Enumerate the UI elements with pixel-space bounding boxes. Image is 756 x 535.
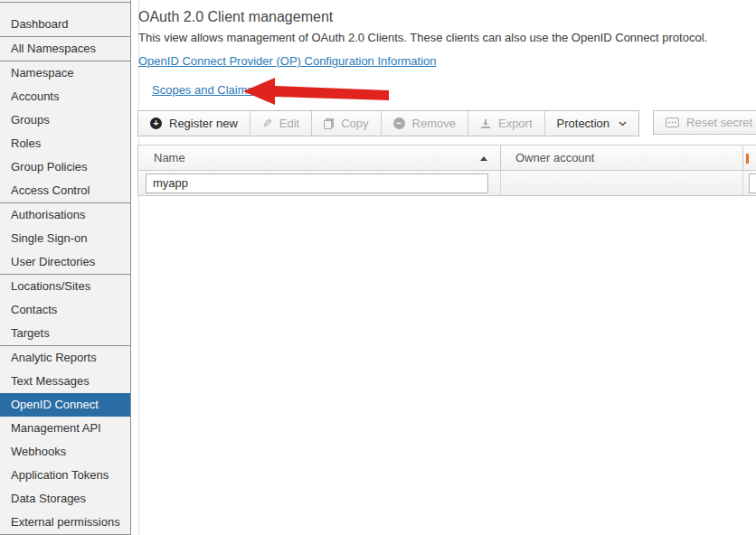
client-actions-button-group: + Register new ✎ Edit Copy − Remove Expo… — [137, 110, 639, 136]
sidebar-item-groups[interactable]: Groups — [0, 108, 130, 132]
register-new-label: Register new — [169, 117, 238, 130]
clipped-filter-input[interactable] — [749, 174, 756, 193]
sidebar-item-analytic-reports[interactable]: Analytic Reports — [0, 346, 130, 370]
name-filter-input[interactable] — [146, 174, 488, 193]
sidebar-group-auth: Authorisations Single Sign-on User Direc… — [0, 203, 130, 275]
sidebar-item-targets[interactable]: Targets — [0, 322, 130, 345]
column-header-clipped[interactable] — [743, 145, 756, 170]
column-header-name[interactable]: Name — [138, 145, 501, 170]
sidebar-item-dashboard[interactable]: Dashboard — [0, 13, 130, 36]
sidebar-item-access-control[interactable]: Access Control — [0, 179, 130, 202]
clipped-column-icon — [746, 154, 749, 164]
pencil-icon: ✎ — [262, 117, 272, 129]
table-filter-row — [137, 171, 756, 196]
reset-secret-label: Reset secret — [686, 116, 752, 129]
page-title: OAuth 2.0 Client management — [138, 9, 333, 25]
reset-secret-button[interactable]: Reset secret — [653, 110, 756, 135]
sidebar-item-data-storages[interactable]: Data Storages — [0, 487, 130, 511]
sort-ascending-icon — [480, 156, 487, 161]
protection-dropdown-button[interactable]: Protection — [544, 111, 639, 136]
sidebar-group-namespace: Namespace Accounts Groups Roles Group Po… — [0, 61, 130, 203]
clients-table: Name Owner account — [137, 145, 756, 196]
app-window: Dashboard All Namespaces Namespace Accou… — [0, 0, 756, 535]
copy-button[interactable]: Copy — [311, 111, 380, 136]
sidebar-item-group-policies[interactable]: Group Policies — [0, 155, 130, 179]
remove-label: Remove — [412, 117, 456, 130]
sidebar-item-application-tokens[interactable]: Application Tokens — [0, 464, 130, 487]
minus-circle-icon: − — [393, 117, 405, 129]
op-configuration-link[interactable]: OpenID Connect Provider (OP) Configurati… — [138, 54, 437, 68]
sidebar-item-webhooks[interactable]: Webhooks — [0, 440, 130, 464]
table-header-row: Name Owner account — [137, 145, 756, 171]
column-header-owner-account[interactable]: Owner account — [501, 145, 743, 170]
name-filter-cell — [138, 171, 501, 195]
edit-button[interactable]: ✎ Edit — [250, 111, 311, 136]
sidebar-item-contacts[interactable]: Contacts — [0, 298, 130, 322]
card-icon — [666, 117, 679, 127]
sidebar-top-divider — [0, 2, 130, 3]
sidebar-item-openid-connect[interactable]: OpenID Connect — [0, 393, 130, 417]
sidebar-item-authorisations[interactable]: Authorisations — [0, 203, 130, 227]
annotation-arrow — [239, 76, 392, 108]
sidebar-item-user-directories[interactable]: User Directories — [0, 250, 130, 274]
owner-filter-cell — [501, 171, 743, 195]
content-left-divider — [138, 0, 139, 535]
sidebar-group-services: Analytic Reports Text Messages OpenID Co… — [0, 346, 130, 535]
sidebar-item-management-api[interactable]: Management API — [0, 417, 130, 440]
remove-button[interactable]: − Remove — [381, 111, 468, 136]
export-label: Export — [498, 117, 533, 130]
sidebar-group-locations: Locations/Sites Contacts Targets — [0, 275, 130, 346]
chevron-down-icon — [619, 121, 627, 127]
name-column-label: Name — [154, 151, 185, 164]
register-new-button[interactable]: + Register new — [138, 111, 250, 136]
plus-circle-icon: + — [150, 117, 162, 129]
protection-label: Protection — [557, 117, 610, 130]
clipped-filter-cell — [743, 171, 756, 195]
sidebar-group-all-namespaces: All Namespaces — [0, 37, 130, 61]
sidebar: Dashboard All Namespaces Namespace Accou… — [0, 0, 131, 535]
edit-label: Edit — [279, 117, 299, 130]
sidebar-item-locations-sites[interactable]: Locations/Sites — [0, 275, 130, 298]
export-button[interactable]: Export — [468, 111, 544, 136]
sidebar-item-single-sign-on[interactable]: Single Sign-on — [0, 227, 130, 250]
sidebar-item-namespace[interactable]: Namespace — [0, 61, 130, 85]
copy-label: Copy — [341, 117, 368, 130]
page-description: This view allows management of OAuth 2.0… — [138, 31, 707, 44]
sidebar-item-external-permissions[interactable]: External permissions — [0, 511, 130, 534]
owner-account-column-label: Owner account — [515, 151, 594, 164]
sidebar-item-roles[interactable]: Roles — [0, 132, 130, 155]
download-icon — [480, 118, 491, 129]
toolbar: + Register new ✎ Edit Copy − Remove Expo… — [137, 110, 756, 136]
sidebar-group-dashboard: Dashboard — [0, 3, 130, 37]
sidebar-item-text-messages[interactable]: Text Messages — [0, 370, 130, 393]
sidebar-item-accounts[interactable]: Accounts — [0, 85, 130, 108]
sidebar-item-all-namespaces[interactable]: All Namespaces — [0, 37, 130, 61]
copy-icon — [324, 118, 334, 129]
